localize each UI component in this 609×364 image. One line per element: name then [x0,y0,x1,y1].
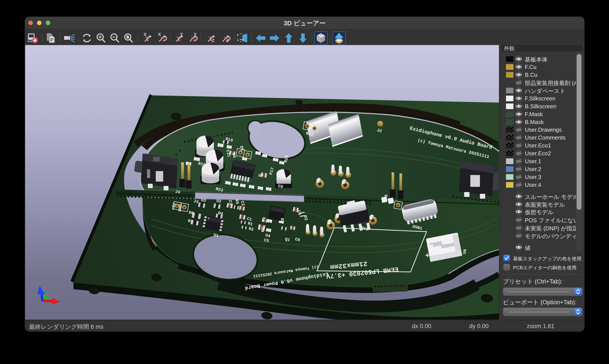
svg-text:C3: C3 [228,200,233,206]
svg-text:X: X [158,32,161,37]
svg-text:D3: D3 [303,215,309,221]
svg-text:R8: R8 [261,217,267,222]
svg-text:D5: D5 [239,145,245,151]
svg-text:J5: J5 [383,194,389,200]
svg-text:R5: R5 [234,199,240,205]
svg-text:C4: C4 [296,210,302,216]
svg-text:C2: C2 [240,201,246,207]
svg-text:D4: D4 [231,153,237,158]
svg-text:X: X [143,32,147,37]
svg-text:R7: R7 [260,227,266,233]
svg-text:U6: U6 [462,249,468,254]
svg-text:R9: R9 [280,217,285,223]
